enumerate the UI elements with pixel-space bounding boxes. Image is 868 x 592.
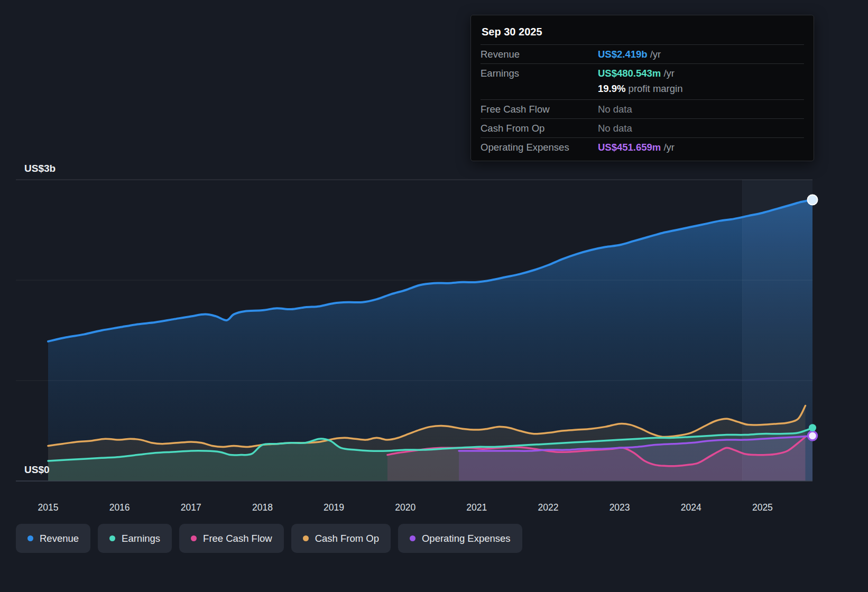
x-axis-label: 2025 — [752, 502, 773, 513]
legend-item-operating-expenses[interactable]: Operating Expenses — [398, 524, 522, 553]
x-axis-label: 2021 — [466, 502, 487, 513]
x-axis-label: 2015 — [38, 502, 59, 513]
legend-label: Earnings — [122, 533, 160, 544]
tooltip-value: US$480.543m /yr — [598, 67, 675, 79]
tooltip-label: Revenue — [481, 48, 598, 60]
legend-dot-earnings — [109, 535, 115, 541]
legend-dot-cash-from-op — [303, 535, 309, 541]
x-axis-label: 2016 — [109, 502, 130, 513]
legend-label: Cash From Op — [315, 533, 379, 544]
legend-item-free-cash-flow[interactable]: Free Cash Flow — [179, 524, 284, 553]
legend-item-revenue[interactable]: Revenue — [16, 524, 90, 553]
legend-label: Free Cash Flow — [203, 533, 272, 544]
tooltip-value: US$451.659m /yr — [598, 141, 675, 153]
tooltip-row-operating-expenses: Operating Expenses US$451.659m /yr — [481, 137, 804, 156]
tooltip-value: No data — [598, 103, 632, 115]
tooltip-row-cash-from-op: Cash From Op No data — [481, 118, 804, 137]
revenue-end-marker — [808, 195, 818, 205]
tooltip-value: No data — [598, 122, 632, 134]
tooltip-label: Operating Expenses — [481, 141, 598, 153]
tooltip-label: Cash From Op — [481, 122, 598, 134]
legend-dot-revenue — [27, 535, 33, 541]
legend-dot-free-cash-flow — [191, 535, 197, 541]
legend-label: Revenue — [40, 533, 79, 544]
operating-expenses-end-marker — [808, 431, 817, 440]
tooltip-value: 19.9% profit margin — [598, 82, 682, 95]
y-axis-label-top: US$3b — [24, 163, 56, 174]
x-axis-label: 2020 — [395, 502, 415, 513]
tooltip-row-profit-margin: 19.9% profit margin — [481, 82, 804, 99]
chart-tooltip: Sep 30 2025 Revenue US$2.419b /yr Earnin… — [470, 15, 814, 161]
x-axis-label: 2019 — [324, 502, 344, 513]
legend-label: Operating Expenses — [422, 533, 511, 544]
legend-dot-operating-expenses — [410, 535, 415, 541]
tooltip-label: Free Cash Flow — [481, 103, 598, 115]
x-axis-label: 2023 — [610, 502, 630, 513]
tooltip-value: US$2.419b /yr — [598, 48, 661, 60]
x-axis-label: 2022 — [538, 502, 559, 513]
y-axis-label-bottom: US$0 — [24, 464, 50, 476]
earnings-end-marker — [809, 424, 816, 431]
x-axis-label: 2024 — [681, 502, 701, 513]
x-axis-label: 2017 — [181, 502, 201, 513]
tooltip-row-revenue: Revenue US$2.419b /yr — [481, 44, 804, 63]
tooltip-date: Sep 30 2025 — [481, 22, 804, 44]
legend-item-cash-from-op[interactable]: Cash From Op — [291, 524, 391, 553]
legend-item-earnings[interactable]: Earnings — [98, 524, 172, 553]
x-axis-label: 2018 — [252, 502, 273, 513]
chart-page: { "page": { "background": "#171b24" }, "… — [0, 0, 868, 592]
tooltip-row-earnings: Earnings US$480.543m /yr — [481, 63, 804, 82]
tooltip-row-free-cash-flow: Free Cash Flow No data — [481, 99, 804, 118]
tooltip-label: Earnings — [481, 67, 598, 79]
chart-legend: RevenueEarningsFree Cash FlowCash From O… — [16, 524, 522, 553]
